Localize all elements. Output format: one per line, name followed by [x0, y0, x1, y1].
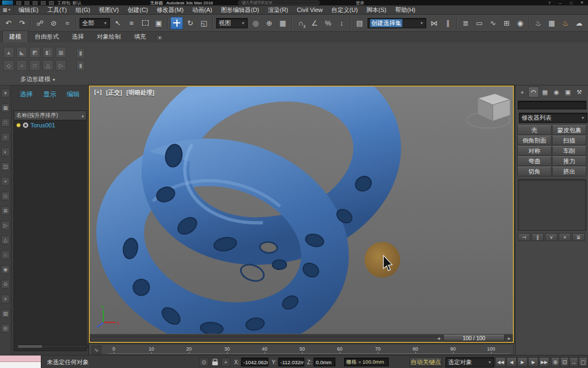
bind-to-spacewarp-button[interactable]: ≈: [61, 17, 74, 29]
menu-create[interactable]: 创建(C): [123, 5, 152, 14]
menu-rendering[interactable]: 渲染(R): [264, 5, 292, 14]
goto-end-button[interactable]: ▶▶: [539, 357, 549, 367]
ribbon-tool-button[interactable]: ○: [16, 60, 27, 71]
element-mode-button[interactable]: ▦: [56, 47, 66, 58]
edge-mode-button[interactable]: ◣: [16, 47, 27, 58]
maximize-viewport-icon[interactable]: ▢: [579, 357, 587, 367]
ribbon-tool-button[interactable]: □: [29, 60, 40, 71]
selection-region-button[interactable]: [139, 17, 151, 29]
close-icon[interactable]: ✕: [578, 1, 586, 5]
create-tab[interactable]: ＋: [517, 87, 528, 97]
x-coordinate-field[interactable]: -1042.062m: [241, 358, 268, 366]
window-crossing-button[interactable]: ▣: [152, 17, 165, 29]
lock-explorer-icon[interactable]: ⊙: [1, 280, 10, 289]
restore-icon[interactable]: □: [567, 1, 575, 5]
modifier-stack[interactable]: [518, 179, 586, 231]
select-and-rotate-button[interactable]: ↻: [184, 17, 197, 29]
view-cube[interactable]: [467, 94, 510, 128]
mirror-button[interactable]: ⋈: [428, 17, 440, 29]
isolate-selection-icon[interactable]: ⊙: [199, 358, 209, 366]
menu-group[interactable]: 组(G): [71, 5, 95, 14]
select-and-manipulate-button[interactable]: ⊕: [263, 17, 275, 29]
object-name-field[interactable]: [518, 101, 586, 109]
track-bar[interactable]: ∿ 0 10 20 30 40 50 60 70 80 90 100: [89, 344, 514, 355]
menu-civil-view[interactable]: Civil View: [292, 5, 327, 14]
modifier-list-dropdown[interactable]: 修改器列表 ▼: [519, 113, 587, 123]
listener-script-row[interactable]: [0, 362, 41, 368]
sync-selection-icon[interactable]: ≡: [1, 295, 10, 303]
explorer-menu-select[interactable]: 选择: [20, 90, 33, 99]
align-button[interactable]: ∥: [442, 17, 454, 29]
selection-lock-icon[interactable]: [210, 358, 219, 366]
menu-customize[interactable]: 自定义(U): [327, 5, 362, 14]
scrollbar-thumb[interactable]: [18, 345, 42, 348]
torus-knot-model[interactable]: [101, 87, 395, 342]
display-groups-icon[interactable]: ⊞: [1, 206, 10, 215]
time-slider[interactable]: ◀ 100 / 100 ▶: [90, 334, 513, 342]
explorer-settings-icon[interactable]: ◎: [1, 324, 10, 333]
curve-editor-button[interactable]: ∿: [487, 17, 499, 29]
layer-manager-button[interactable]: ≣: [460, 17, 472, 29]
redo-button[interactable]: ↷: [16, 17, 28, 29]
previous-frame-button[interactable]: ◀: [506, 357, 517, 367]
explorer-sort-icon[interactable]: ▾: [1, 89, 10, 97]
snap-toggle-button[interactable]: ∩3: [295, 17, 307, 29]
next-frame-arrow-icon[interactable]: ▶: [506, 335, 513, 341]
pan-icon[interactable]: ↔: [569, 357, 578, 367]
modifier-symmetry-button[interactable]: 对称: [517, 146, 552, 156]
display-all-icon[interactable]: ▦: [1, 103, 10, 112]
help-icon[interactable]: ?: [546, 1, 553, 5]
modifier-chamfer-button[interactable]: 切角: [517, 167, 552, 176]
z-coordinate-field[interactable]: 0.0mm: [314, 358, 335, 366]
material-editor-button[interactable]: ◉: [514, 17, 526, 29]
a360-cloud-render-button[interactable]: ☁: [573, 17, 585, 29]
horizontal-scrollbar[interactable]: [17, 345, 88, 348]
menu-help[interactable]: 帮助(H): [391, 5, 420, 14]
modifier-extrude-button[interactable]: 挤出: [552, 167, 586, 176]
modifier-push-button[interactable]: 推力: [552, 156, 586, 166]
motion-tab[interactable]: ◉: [551, 87, 562, 97]
ribbon-tool-button[interactable]: ▷: [56, 60, 66, 71]
new-scene-icon[interactable]: [16, 1, 21, 5]
ribbon-toggle-button[interactable]: ▭: [473, 17, 486, 29]
ribbon-tool-button[interactable]: ▮: [76, 48, 85, 58]
zoom-extents-icon[interactable]: ⊡: [560, 357, 569, 367]
render-setup-button[interactable]: ♨: [532, 17, 544, 29]
ribbon-tool-button[interactable]: △: [42, 60, 53, 71]
explorer-sort-header[interactable]: 名称(按升序排序) ▴: [14, 111, 86, 120]
ribbon-tool-button[interactable]: ▮: [76, 60, 85, 71]
display-cameras-icon[interactable]: ◫: [1, 162, 10, 171]
display-geometry-icon[interactable]: □: [1, 118, 10, 127]
configure-modifier-sets-icon[interactable]: ≣: [572, 233, 585, 241]
viewport-general-menu[interactable]: [+]: [94, 89, 102, 97]
mini-curve-editor-icon[interactable]: ∿: [91, 346, 101, 354]
menu-graph-editors[interactable]: 图形编辑器(D): [217, 5, 264, 14]
menu-modifiers[interactable]: 修改器(M): [152, 5, 188, 14]
redo-quick-icon[interactable]: [49, 1, 54, 5]
use-pivot-center-button[interactable]: ◎: [249, 17, 262, 29]
ribbon-tab-populate[interactable]: 填充: [127, 31, 152, 42]
key-filter-dropdown[interactable]: 选定对象 ▼: [445, 357, 494, 367]
play-button[interactable]: ▶: [517, 357, 528, 367]
keyboard-override-button[interactable]: ▦: [277, 17, 289, 29]
utilities-tab[interactable]: ⚒: [574, 87, 585, 97]
select-by-name-button[interactable]: ≡: [125, 17, 138, 29]
select-and-scale-button[interactable]: ◱: [198, 17, 210, 29]
spinner-snap-button[interactable]: ↕: [335, 17, 348, 29]
zoom-icon[interactable]: ⊕: [551, 357, 560, 367]
explorer-menu-display[interactable]: 显示: [44, 90, 57, 99]
list-item[interactable]: Torus001: [14, 120, 86, 130]
undo-quick-icon[interactable]: [41, 1, 46, 5]
modifier-bend-button[interactable]: 弯曲: [517, 156, 552, 166]
modifier-lathe-button[interactable]: 车削: [552, 146, 586, 156]
display-bones-icon[interactable]: △: [1, 236, 10, 244]
filter-icon[interactable]: ▤: [1, 309, 10, 318]
border-mode-button[interactable]: ◩: [29, 47, 40, 58]
named-sets-combo[interactable]: 创建选择集▼: [367, 18, 426, 28]
selection-filter-dropdown[interactable]: 全部▼: [79, 18, 110, 28]
perspective-viewport[interactable]: [+] [正交] [明暗处理]: [89, 85, 514, 343]
next-frame-button[interactable]: ▶: [528, 357, 538, 367]
display-xrefs-icon[interactable]: ▷: [1, 221, 10, 230]
auto-key-button[interactable]: 自动关键点: [409, 357, 442, 367]
remove-modifier-icon[interactable]: ×: [559, 233, 571, 241]
